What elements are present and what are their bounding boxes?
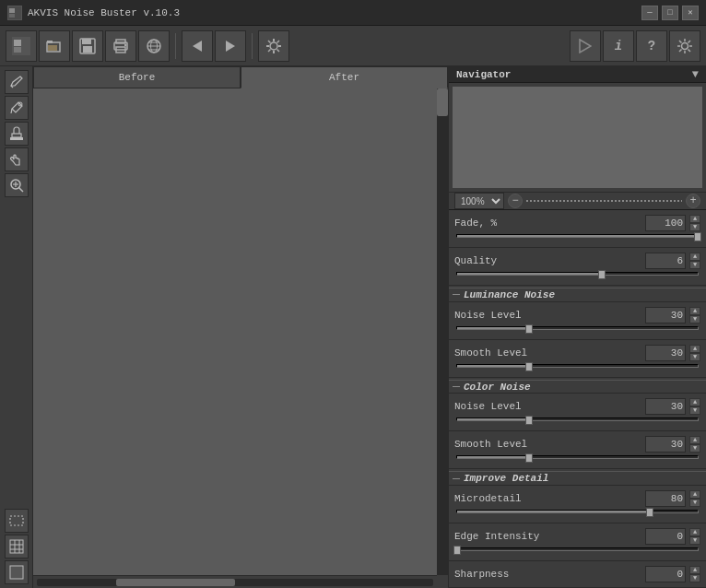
edge-intensity-up[interactable]: ▲	[689, 528, 700, 536]
microdetail-input[interactable]	[645, 490, 686, 507]
microdetail-up[interactable]: ▲	[689, 490, 700, 499]
grid-tool[interactable]	[5, 535, 29, 559]
info-button[interactable]: i	[603, 30, 634, 62]
fade-row: Fade, % ▲ ▼	[454, 212, 700, 234]
color-smooth-slider-handle[interactable]	[525, 453, 533, 463]
zoom-slider-track[interactable]	[526, 200, 682, 202]
section-line-1	[453, 294, 460, 295]
svg-rect-7	[47, 41, 53, 43]
color-noise-level-down[interactable]: ▼	[689, 406, 700, 415]
back-button[interactable]	[182, 30, 213, 62]
quality-slider-track[interactable]	[456, 272, 699, 276]
sharpness-up[interactable]: ▲	[689, 566, 700, 574]
quality-up[interactable]: ▲	[689, 253, 700, 261]
section-line-2	[453, 386, 460, 387]
navigator-collapse-icon[interactable]: ▼	[692, 68, 699, 81]
quality-input[interactable]	[645, 253, 686, 269]
microdetail-slider-track[interactable]	[456, 510, 699, 513]
zoom-in-button[interactable]: +	[686, 194, 700, 208]
lum-smooth-slider-track[interactable]	[456, 364, 699, 368]
svg-marker-32	[580, 40, 591, 53]
microdetail-slider-handle[interactable]	[646, 508, 653, 517]
zoom-out-button[interactable]: −	[508, 194, 523, 208]
horizontal-scrollbar[interactable]	[33, 575, 437, 588]
rect-select-tool[interactable]	[5, 509, 29, 533]
lum-noise-level-input[interactable]	[645, 307, 686, 323]
sharpness-spinner: ▲ ▼	[689, 566, 700, 582]
color-noise-level-input[interactable]	[645, 398, 686, 415]
lum-smooth-level-input[interactable]	[645, 345, 686, 361]
zoom-select[interactable]: 100% 50% 75% 150% 200%	[454, 193, 504, 209]
svg-rect-10	[82, 39, 91, 44]
color-smooth-slider-track[interactable]	[456, 455, 699, 459]
sharpness-input[interactable]	[645, 566, 686, 582]
quality-down[interactable]: ▼	[689, 261, 700, 269]
app-title: AKVIS Noise Buster v.10.3	[28, 7, 641, 18]
lum-smooth-level-down[interactable]: ▼	[689, 353, 700, 361]
dropper-tool[interactable]	[5, 96, 29, 120]
color-noise-slider-handle[interactable]	[525, 416, 533, 425]
section-line-3	[453, 478, 460, 479]
color-smooth-level-down[interactable]: ▼	[689, 444, 700, 453]
close-button[interactable]: ✕	[682, 6, 699, 20]
edge-intensity-input[interactable]	[645, 528, 686, 545]
pencil-tool[interactable]	[5, 70, 29, 94]
luminance-noise-header: Luminance Noise	[449, 288, 706, 302]
fade-up[interactable]: ▲	[689, 215, 700, 223]
zoom-tool[interactable]	[5, 173, 29, 197]
maximize-button[interactable]: □	[662, 6, 678, 20]
canvas-area: Before After	[33, 66, 448, 588]
before-tab[interactable]: Before	[33, 66, 241, 88]
run-button[interactable]	[570, 30, 601, 62]
options-button[interactable]	[258, 30, 289, 62]
forward-button[interactable]	[215, 30, 246, 62]
svg-rect-37	[12, 134, 21, 137]
open-button[interactable]	[39, 30, 70, 62]
help-button[interactable]: ?	[636, 30, 667, 62]
save-button[interactable]	[72, 30, 103, 62]
svg-rect-11	[83, 46, 92, 53]
after-tab[interactable]: After	[241, 66, 448, 88]
edge-intensity-slider-track[interactable]	[456, 547, 699, 551]
fade-slider-track[interactable]	[456, 234, 699, 238]
hand-tool[interactable]	[5, 147, 29, 171]
color-smooth-level-up[interactable]: ▲	[689, 436, 700, 444]
color-smooth-level-input[interactable]	[645, 436, 686, 453]
edge-intensity-down[interactable]: ▼	[689, 536, 700, 545]
sharpness-row: Sharpness ▲ ▼	[454, 563, 700, 585]
lum-smooth-level-up[interactable]: ▲	[689, 345, 700, 353]
lum-noise-level-down[interactable]: ▼	[689, 315, 700, 323]
quality-slider-handle[interactable]	[598, 270, 606, 279]
minimize-button[interactable]: ─	[641, 6, 658, 20]
settings-button[interactable]	[669, 30, 700, 62]
color-noise-level-section: Noise Level ▲ ▼	[449, 394, 706, 431]
fill-tool[interactable]	[5, 560, 29, 584]
edge-intensity-slider-handle[interactable]	[453, 546, 461, 555]
microdetail-down[interactable]: ▼	[689, 499, 700, 507]
color-noise-slider-fill	[457, 418, 529, 420]
svg-point-23	[270, 42, 277, 50]
vertical-scrollbar[interactable]	[437, 88, 448, 575]
app-logo-button[interactable]	[6, 30, 37, 62]
lum-noise-slider-handle[interactable]	[525, 324, 533, 334]
color-noise-slider-track[interactable]	[456, 417, 699, 421]
fade-label: Fade, %	[454, 218, 641, 229]
color-noise-level-up[interactable]: ▲	[689, 398, 700, 406]
lum-smooth-slider-handle[interactable]	[525, 362, 533, 371]
color-noise-slider-row	[454, 417, 700, 427]
fade-input[interactable]	[645, 215, 686, 231]
main-toolbar: i ?	[0, 26, 706, 66]
svg-line-35	[11, 109, 12, 113]
fade-down[interactable]: ▼	[689, 223, 700, 231]
color-noise-level-spinner: ▲ ▼	[689, 398, 700, 415]
print-button[interactable]	[105, 30, 136, 62]
right-panel: Navigator ▼ 100% 50% 75% 150% 200% − + F…	[448, 66, 706, 588]
globe-button[interactable]	[138, 30, 170, 62]
lum-noise-level-up[interactable]: ▲	[689, 307, 700, 315]
toolbar-sep-2	[252, 33, 253, 59]
lum-noise-slider-track[interactable]	[456, 326, 699, 330]
svg-rect-4	[14, 40, 21, 46]
sharpness-down[interactable]: ▼	[689, 574, 700, 582]
stamp-tool[interactable]	[5, 122, 29, 146]
fade-slider-handle[interactable]	[694, 232, 701, 241]
